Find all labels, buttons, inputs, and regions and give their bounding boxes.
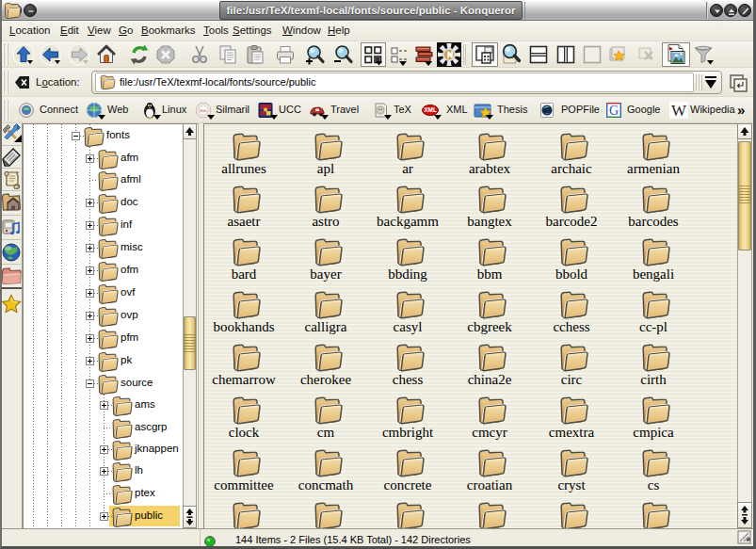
svg-text:W: W xyxy=(671,102,687,119)
svg-text:XML: XML xyxy=(424,106,437,113)
svg-text:G: G xyxy=(609,104,619,118)
svg-text:Silm: Silm xyxy=(200,108,207,113)
